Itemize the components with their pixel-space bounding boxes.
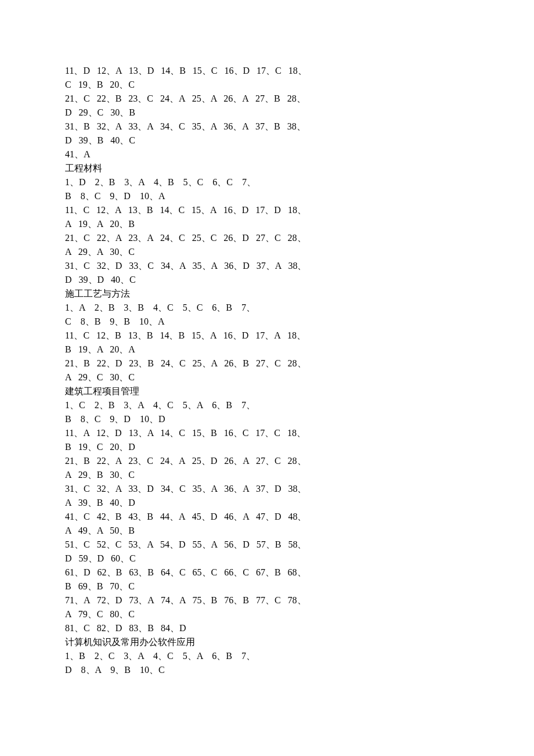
answer-line: 41、C 42、B 43、B 44、A 45、D 46、A 47、D 48、 xyxy=(65,510,469,524)
answer-line: B 19、C 20、D xyxy=(65,440,469,454)
answer-line: C 19、B 20、C xyxy=(65,78,469,92)
answer-line: D 29、C 30、B xyxy=(65,106,469,120)
answer-line: 11、A 12、D 13、A 14、C 15、B 16、C 17、C 18、 xyxy=(65,426,469,440)
answer-line: 计算机知识及常用办公软件应用 xyxy=(65,635,469,649)
answer-line: 21、B 22、A 23、C 24、A 25、D 26、A 27、C 28、 xyxy=(65,454,469,468)
answer-line: 61、D 62、B 63、B 64、C 65、C 66、C 67、B 68、 xyxy=(65,566,469,579)
answer-line: 建筑工程项目管理 xyxy=(65,384,469,398)
answer-line: A 29、C 30、C xyxy=(65,370,469,384)
answer-line: 31、C 32、A 33、D 34、C 35、A 36、A 37、D 38、 xyxy=(65,482,469,496)
answer-line: B 8、C 9、D 10、A xyxy=(65,189,469,203)
answer-line: 21、B 22、D 23、B 24、C 25、A 26、B 27、C 28、 xyxy=(65,357,469,370)
answer-line: 51、C 52、C 53、A 54、D 55、A 56、D 57、B 58、 xyxy=(65,538,469,552)
answer-line: A 39、B 40、D xyxy=(65,496,469,510)
answer-key-page: 11、D 12、A 13、D 14、B 15、C 16、D 17、C 18、C … xyxy=(0,0,534,712)
answer-line: 81、C 82、D 83、B 84、D xyxy=(65,621,469,635)
answer-line: A 79、C 80、C xyxy=(65,607,469,621)
answer-line: B 69、B 70、C xyxy=(65,579,469,593)
answer-line: D 39、B 40、C xyxy=(65,134,469,147)
answer-line: 1、C 2、B 3、A 4、C 5、A 6、B 7、 xyxy=(65,398,469,412)
answer-line: 21、C 22、B 23、C 24、A 25、A 26、A 27、B 28、 xyxy=(65,92,469,106)
answer-line: D 39、D 40、C xyxy=(65,273,469,287)
answer-line: B 8、C 9、D 10、D xyxy=(65,412,469,426)
answer-line: C 8、B 9、B 10、A xyxy=(65,315,469,329)
answer-line: 21、C 22、A 23、A 24、C 25、C 26、D 27、C 28、 xyxy=(65,231,469,245)
answer-line: 41、A xyxy=(65,147,469,161)
answer-line: 1、A 2、B 3、B 4、C 5、C 6、B 7、 xyxy=(65,301,469,315)
answer-line: 施工工艺与方法 xyxy=(65,287,469,301)
answer-line: D 59、D 60、C xyxy=(65,552,469,566)
answer-line: A 29、B 30、C xyxy=(65,468,469,482)
answer-line: 71、A 72、D 73、A 74、A 75、B 76、B 77、C 78、 xyxy=(65,593,469,607)
answer-line: 31、C 32、D 33、C 34、A 35、A 36、D 37、A 38、 xyxy=(65,259,469,273)
answer-line: D 8、A 9、B 10、C xyxy=(65,663,469,677)
answer-line: 11、C 12、A 13、B 14、C 15、A 16、D 17、D 18、 xyxy=(65,203,469,217)
answer-line: 工程材料 xyxy=(65,161,469,175)
answer-line: 11、C 12、B 13、B 14、B 15、A 16、D 17、A 18、 xyxy=(65,329,469,343)
answer-line: A 49、A 50、B xyxy=(65,524,469,538)
answer-line: 31、B 32、A 33、A 34、C 35、A 36、A 37、B 38、 xyxy=(65,120,469,134)
answer-line: 1、B 2、C 3、A 4、C 5、A 6、B 7、 xyxy=(65,649,469,663)
answer-line: B 19、A 20、A xyxy=(65,343,469,357)
answer-line: A 29、A 30、C xyxy=(65,245,469,259)
answer-line: A 19、A 20、B xyxy=(65,217,469,231)
answer-line: 11、D 12、A 13、D 14、B 15、C 16、D 17、C 18、 xyxy=(65,64,469,78)
answer-line: 1、D 2、B 3、A 4、B 5、C 6、C 7、 xyxy=(65,175,469,189)
